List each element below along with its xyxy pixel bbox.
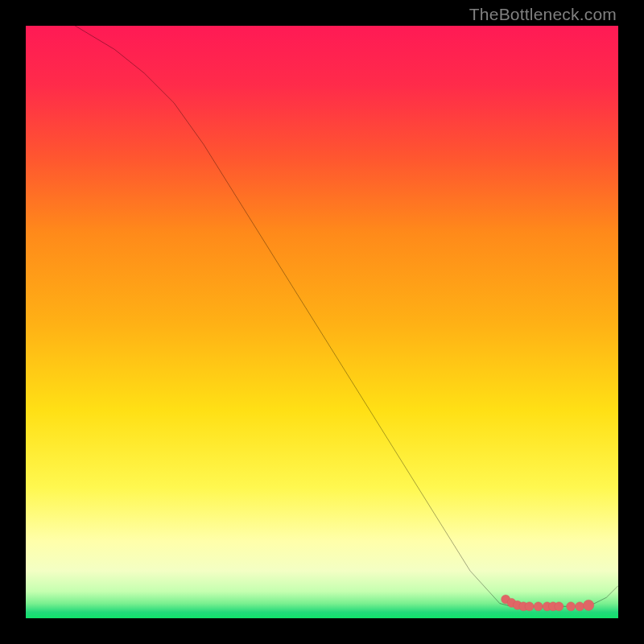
optimal-region-markers (502, 595, 594, 611)
marker-dot (567, 602, 576, 611)
bottleneck-curve (26, 26, 618, 606)
marker-dot (555, 602, 564, 611)
marker-dot (576, 602, 584, 611)
marker-dot (534, 602, 543, 611)
marker-dot (584, 600, 594, 610)
chart-frame: TheBottleneck.com (0, 0, 644, 644)
marker-dot (525, 602, 534, 611)
plot-area (26, 26, 618, 618)
chart-curve-layer (26, 26, 618, 618)
watermark-text: TheBottleneck.com (469, 5, 617, 24)
